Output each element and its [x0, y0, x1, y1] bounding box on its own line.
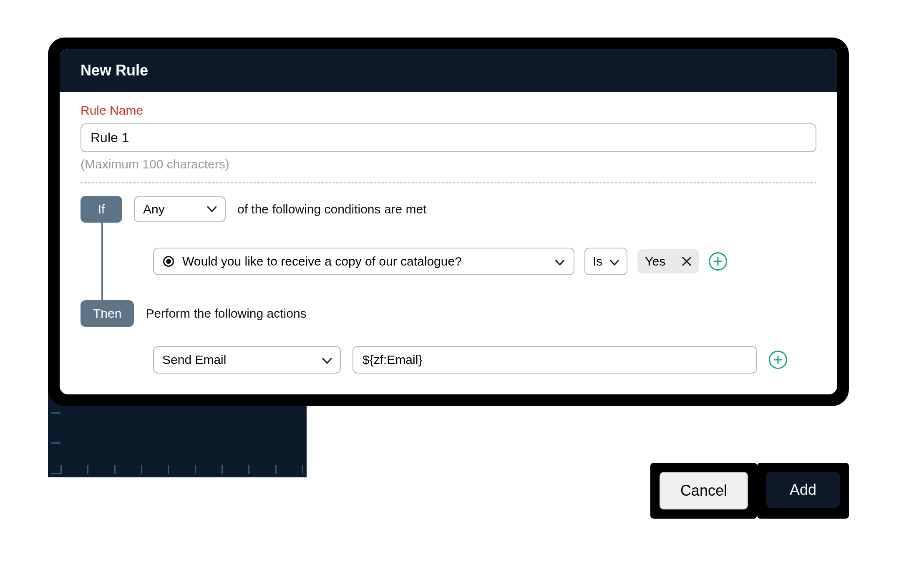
- flow-connector: [101, 223, 103, 310]
- condition-value-text: Yes: [645, 254, 665, 268]
- add-action-button[interactable]: [769, 351, 787, 369]
- cancel-button[interactable]: Cancel: [660, 472, 748, 509]
- action-type-value: Send Email: [162, 353, 226, 367]
- if-tail-text: of the following conditions are met: [237, 202, 427, 216]
- match-mode-value: Any: [143, 202, 165, 216]
- chevron-down-icon: [322, 353, 332, 367]
- action-type-select[interactable]: Send Email: [153, 346, 341, 374]
- action-value-input[interactable]: [352, 346, 757, 374]
- then-intro-text: Perform the following actions: [146, 306, 306, 321]
- add-condition-button[interactable]: [709, 252, 727, 271]
- modal-frame: New Rule Rule Name (Maximum 100 characte…: [48, 38, 849, 406]
- condition-field-select[interactable]: Would you like to receive a copy of our …: [153, 248, 574, 275]
- rule-name-helper: (Maximum 100 characters): [81, 157, 816, 171]
- rule-name-input[interactable]: [81, 123, 816, 152]
- new-rule-modal: New Rule Rule Name (Maximum 100 characte…: [60, 49, 837, 394]
- condition-operator-value: Is: [593, 254, 602, 268]
- add-button-frame: Add: [757, 463, 849, 519]
- if-badge: If: [81, 196, 122, 223]
- condition-field-label: Would you like to receive a copy of our …: [182, 254, 547, 268]
- cancel-button-frame: Cancel: [650, 463, 757, 519]
- rule-name-label: Rule Name: [81, 103, 816, 118]
- chevron-down-icon: [610, 254, 619, 268]
- chevron-down-icon: [555, 254, 564, 268]
- close-icon[interactable]: [682, 257, 691, 266]
- match-mode-select[interactable]: Any: [134, 196, 226, 222]
- then-badge: Then: [81, 300, 134, 327]
- radio-icon: [163, 256, 174, 267]
- divider: [81, 182, 816, 183]
- add-button[interactable]: Add: [766, 472, 840, 508]
- chevron-down-icon: [207, 206, 217, 212]
- modal-title: New Rule: [60, 49, 837, 92]
- condition-operator-select[interactable]: Is: [584, 248, 627, 275]
- condition-value-chip[interactable]: Yes: [637, 249, 699, 273]
